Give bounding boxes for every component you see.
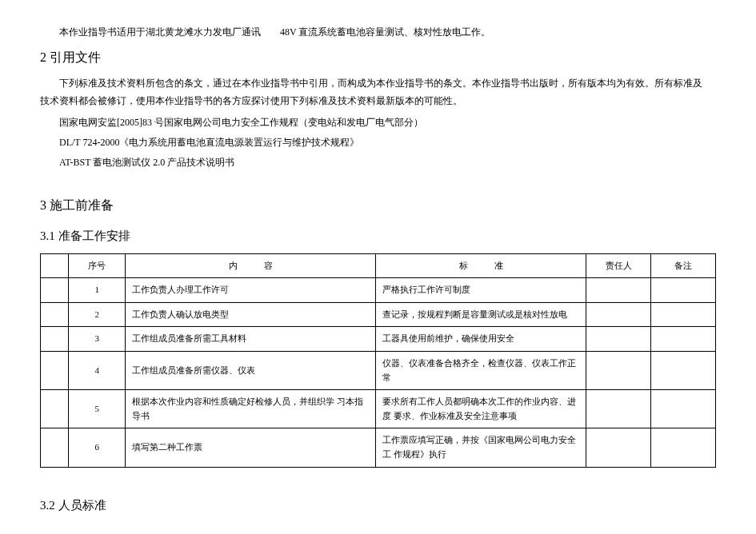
remark-header: 备注 xyxy=(651,253,716,278)
reference-line: 国家电网安监[2005]83 号国家电网公司电力安全工作规程（变电站和发电厂电气… xyxy=(40,114,716,132)
section-3-2-heading: 3.2 人员标准 xyxy=(40,498,716,513)
remark-cell xyxy=(651,327,716,352)
content-cell: 工作负责人办理工作许可 xyxy=(126,278,376,303)
standard-cell: 工作票应填写正确，并按《国家电网公司电力安全工 作规程》执行 xyxy=(376,428,586,467)
blank-header xyxy=(41,253,69,278)
person-header: 责任人 xyxy=(586,253,651,278)
blank-cell xyxy=(41,327,69,352)
remark-cell xyxy=(651,278,716,303)
table-row: 6 填写第二种工作票 工作票应填写正确，并按《国家电网公司电力安全工 作规程》执… xyxy=(41,428,716,467)
content-cell: 工作组成员准备所需工具材料 xyxy=(126,327,376,352)
person-cell xyxy=(586,327,651,352)
seq-cell: 3 xyxy=(69,327,126,352)
section-3-heading: 3 施工前准备 xyxy=(40,197,716,214)
preparation-table: 序号 内 容 标 准 责任人 备注 1 工作负责人办理工作许可 严格执行工作许可… xyxy=(40,253,716,468)
remark-cell xyxy=(651,351,716,389)
content-cell: 工作组成员准备所需仪器、仪表 xyxy=(126,351,376,389)
remark-cell xyxy=(651,390,716,428)
standard-cell: 仪器、仪表准备合格齐全，检查仪器、仪表工作正常 xyxy=(376,351,586,389)
person-cell xyxy=(586,351,651,389)
reference-line: DL/T 724-2000《电力系统用蓄电池直流电源装置运行与维护技术规程》 xyxy=(40,134,716,152)
blank-cell xyxy=(41,351,69,389)
section-3-1-heading: 3.1 准备工作安排 xyxy=(40,229,716,244)
table-row: 3 工作组成员准备所需工具材料 工器具使用前维护，确保使用安全 xyxy=(41,327,716,352)
reference-line: AT-BST 蓄电池测试仪 2.0 产品技术说明书 xyxy=(40,153,716,172)
intro-paragraph: 本作业指导书适用于湖北黄龙滩水力发电厂通讯 48V 直流系统蓄电池容量测试、核对… xyxy=(40,24,716,42)
table-row: 2 工作负责人确认放电类型 查记录，按规程判断是容量测试或是核对性放电 xyxy=(41,302,716,327)
standard-cell: 严格执行工作许可制度 xyxy=(376,278,586,303)
seq-header: 序号 xyxy=(69,253,126,278)
seq-cell: 1 xyxy=(69,278,126,303)
section-2-paragraph: 下列标准及技术资料所包含的条文，通过在本作业指导书中引用，而构成为本作业指导书的… xyxy=(40,74,716,111)
seq-cell: 5 xyxy=(69,390,126,428)
standard-cell: 工器具使用前维护，确保使用安全 xyxy=(376,327,586,352)
blank-cell xyxy=(41,302,69,327)
blank-cell xyxy=(41,278,69,303)
seq-cell: 6 xyxy=(69,428,126,467)
seq-cell: 2 xyxy=(69,302,126,327)
standard-header: 标 准 xyxy=(376,253,586,278)
standard-cell: 查记录，按规程判断是容量测试或是核对性放电 xyxy=(376,302,586,327)
blank-cell xyxy=(41,428,69,467)
seq-cell: 4 xyxy=(69,351,126,389)
person-cell xyxy=(586,428,651,467)
section-2-heading: 2 引用文件 xyxy=(40,50,716,66)
table-row: 1 工作负责人办理工作许可 严格执行工作许可制度 xyxy=(41,278,716,303)
standard-cell: 要求所有工作人员都明确本次工作的作业内容、进度 要求、作业标准及安全注意事项 xyxy=(376,390,586,428)
table-row: 4 工作组成员准备所需仪器、仪表 仪器、仪表准备合格齐全，检查仪器、仪表工作正常 xyxy=(41,351,716,389)
remark-cell xyxy=(651,428,716,467)
content-header: 内 容 xyxy=(126,253,376,278)
table-row: 5 根据本次作业内容和性质确定好检修人员，并组织学 习本指导书 要求所有工作人员… xyxy=(41,390,716,428)
blank-cell xyxy=(41,390,69,428)
person-cell xyxy=(586,278,651,303)
content-cell: 填写第二种工作票 xyxy=(126,428,376,467)
person-cell xyxy=(586,302,651,327)
content-cell: 根据本次作业内容和性质确定好检修人员，并组织学 习本指导书 xyxy=(126,390,376,428)
content-cell: 工作负责人确认放电类型 xyxy=(126,302,376,327)
remark-cell xyxy=(651,302,716,327)
person-cell xyxy=(586,390,651,428)
table-header-row: 序号 内 容 标 准 责任人 备注 xyxy=(41,253,716,278)
